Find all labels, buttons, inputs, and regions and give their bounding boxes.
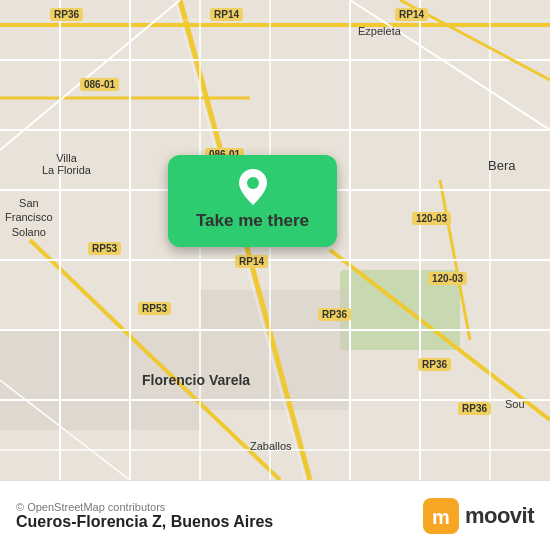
route-badge-rp36-2: RP36 bbox=[318, 308, 351, 321]
route-badge-120-1: 120-03 bbox=[412, 212, 451, 225]
route-badge-086-1: 086-01 bbox=[80, 78, 119, 91]
take-me-there-popup[interactable]: Take me there bbox=[168, 155, 337, 247]
bottom-bar: © OpenStreetMap contributors Cueros-Flor… bbox=[0, 480, 550, 550]
route-badge-rp36-4: RP36 bbox=[458, 402, 491, 415]
svg-rect-2 bbox=[0, 330, 200, 430]
route-badge-120-2: 120-03 bbox=[428, 272, 467, 285]
svg-point-30 bbox=[247, 177, 259, 189]
route-badge-rp36-3: RP36 bbox=[418, 358, 451, 371]
moovit-text: moovit bbox=[465, 503, 534, 529]
take-me-there-label: Take me there bbox=[196, 211, 309, 231]
svg-text:m: m bbox=[432, 505, 450, 527]
route-badge-rp53-2: RP53 bbox=[138, 302, 171, 315]
bottom-info: © OpenStreetMap contributors Cueros-Flor… bbox=[16, 501, 273, 531]
map-container: RP36 RP14 086-01 086-01 RP53 RP53 RP14 R… bbox=[0, 0, 550, 480]
location-title: Cueros-Florencia Z, Buenos Aires bbox=[16, 513, 273, 531]
route-badge-top-right: RP14 bbox=[395, 8, 428, 21]
copyright-text: © OpenStreetMap contributors bbox=[16, 501, 273, 513]
route-badge-rp36-1: RP36 bbox=[50, 8, 83, 21]
moovit-icon: m bbox=[423, 498, 459, 534]
route-badge-rp53-1: RP53 bbox=[88, 242, 121, 255]
route-badge-rp14-2: RP14 bbox=[235, 255, 268, 268]
route-badge-rp14-1: RP14 bbox=[210, 8, 243, 21]
moovit-logo: m moovit bbox=[423, 498, 534, 534]
location-pin-icon bbox=[237, 171, 269, 203]
